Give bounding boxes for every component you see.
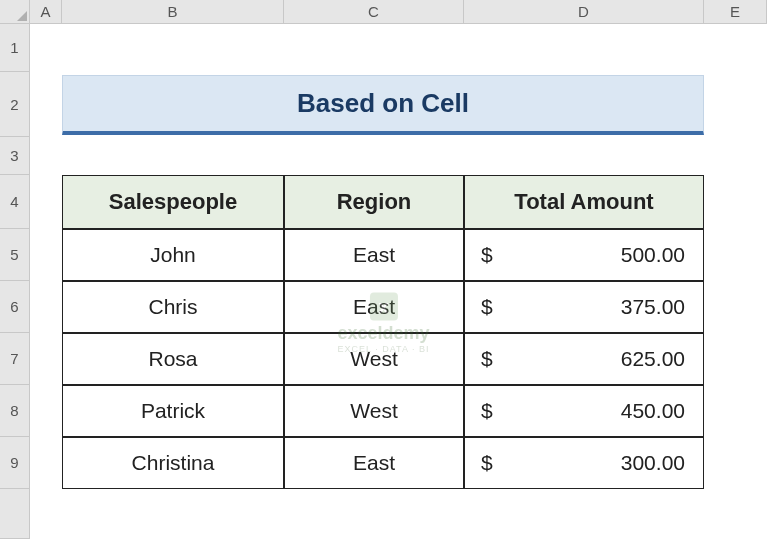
cell-amount-3[interactable]: $ 450.00 <box>464 385 704 437</box>
row-header-5[interactable]: 5 <box>0 229 30 281</box>
cell-E7[interactable] <box>704 333 767 385</box>
title-merged-cell[interactable]: Based on Cell <box>62 72 704 137</box>
cell-E1[interactable] <box>704 24 767 72</box>
cell-E3[interactable] <box>704 137 767 175</box>
currency-symbol: $ <box>481 243 493 267</box>
cell-name-2[interactable]: Rosa <box>62 333 284 385</box>
cell-name-3[interactable]: Patrick <box>62 385 284 437</box>
cell-B10[interactable] <box>62 489 284 539</box>
cell-D10[interactable] <box>464 489 704 539</box>
cell-amount-2[interactable]: $ 625.00 <box>464 333 704 385</box>
cell-E4[interactable] <box>704 175 767 229</box>
col-header-D[interactable]: D <box>464 0 704 24</box>
cell-E10[interactable] <box>704 489 767 539</box>
cell-name-4[interactable]: Christina <box>62 437 284 489</box>
cell-A1[interactable] <box>30 24 62 72</box>
cell-E5[interactable] <box>704 229 767 281</box>
amount-value: 450.00 <box>621 399 685 423</box>
row-header-8[interactable]: 8 <box>0 385 30 437</box>
cell-A5[interactable] <box>30 229 62 281</box>
amount-value: 375.00 <box>621 295 685 319</box>
cell-E8[interactable] <box>704 385 767 437</box>
title-box: Based on Cell <box>62 75 704 135</box>
row-header-10[interactable] <box>0 489 30 539</box>
cell-region-0[interactable]: East <box>284 229 464 281</box>
header-salespeople[interactable]: Salespeople <box>62 175 284 229</box>
row-header-6[interactable]: 6 <box>0 281 30 333</box>
spreadsheet-grid: A B C D E 1 2 Based on Cell 3 4 Salespeo… <box>0 0 767 539</box>
row-header-4[interactable]: 4 <box>0 175 30 229</box>
cell-amount-0[interactable]: $ 500.00 <box>464 229 704 281</box>
cell-A8[interactable] <box>30 385 62 437</box>
amount-value: 500.00 <box>621 243 685 267</box>
row-header-2[interactable]: 2 <box>0 72 30 137</box>
currency-symbol: $ <box>481 347 493 371</box>
cell-name-0[interactable]: John <box>62 229 284 281</box>
cell-A9[interactable] <box>30 437 62 489</box>
title-text: Based on Cell <box>297 88 469 118</box>
cell-D3[interactable] <box>464 137 704 175</box>
cell-A2[interactable] <box>30 72 62 137</box>
cell-name-1[interactable]: Chris <box>62 281 284 333</box>
cell-C10[interactable] <box>284 489 464 539</box>
cell-amount-1[interactable]: $ 375.00 <box>464 281 704 333</box>
cell-A4[interactable] <box>30 175 62 229</box>
cell-C1[interactable] <box>284 24 464 72</box>
row-header-3[interactable]: 3 <box>0 137 30 175</box>
currency-symbol: $ <box>481 451 493 475</box>
row-header-7[interactable]: 7 <box>0 333 30 385</box>
cell-E9[interactable] <box>704 437 767 489</box>
cell-region-2[interactable]: West <box>284 333 464 385</box>
cell-B3[interactable] <box>62 137 284 175</box>
col-header-A[interactable]: A <box>30 0 62 24</box>
cell-B1[interactable] <box>62 24 284 72</box>
cell-E2[interactable] <box>704 72 767 137</box>
cell-E6[interactable] <box>704 281 767 333</box>
header-amount[interactable]: Total Amount <box>464 175 704 229</box>
cell-region-1[interactable]: East <box>284 281 464 333</box>
cell-region-4[interactable]: East <box>284 437 464 489</box>
cell-A3[interactable] <box>30 137 62 175</box>
currency-symbol: $ <box>481 295 493 319</box>
cell-A10[interactable] <box>30 489 62 539</box>
cell-A6[interactable] <box>30 281 62 333</box>
cell-A7[interactable] <box>30 333 62 385</box>
col-header-E[interactable]: E <box>704 0 767 24</box>
amount-value: 625.00 <box>621 347 685 371</box>
col-header-C[interactable]: C <box>284 0 464 24</box>
row-header-9[interactable]: 9 <box>0 437 30 489</box>
cell-amount-4[interactable]: $ 300.00 <box>464 437 704 489</box>
select-all-corner[interactable] <box>0 0 30 24</box>
currency-symbol: $ <box>481 399 493 423</box>
cell-D1[interactable] <box>464 24 704 72</box>
header-region[interactable]: Region <box>284 175 464 229</box>
cell-C3[interactable] <box>284 137 464 175</box>
cell-region-3[interactable]: West <box>284 385 464 437</box>
row-header-1[interactable]: 1 <box>0 24 30 72</box>
amount-value: 300.00 <box>621 451 685 475</box>
col-header-B[interactable]: B <box>62 0 284 24</box>
